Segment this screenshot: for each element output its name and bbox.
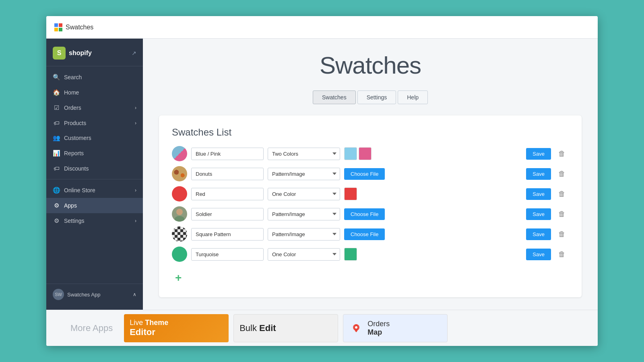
chevron-up-icon: ∧ (133, 292, 136, 297)
sidebar-item-home[interactable]: 🏠 Home (46, 85, 143, 100)
orders-map-app-card[interactable]: Orders Map (343, 314, 448, 342)
swatch-preview-square-pattern (172, 226, 187, 242)
chevron-right-icon: › (135, 218, 136, 224)
content-area: Swatches Swatches Settings Help Swatches… (143, 39, 598, 310)
choose-file-button-square-pattern[interactable]: Choose File (344, 228, 385, 240)
swatch-name-input-square-pattern[interactable] (191, 228, 264, 241)
sidebar-item-customers-label: Customers (64, 135, 91, 141)
main-layout: S shopify ↗ 🔍 Search 🏠 Home ☑ Orders › 🏷… (46, 39, 598, 310)
swatch-preview-soldier (172, 206, 187, 222)
reports-icon: 📊 (53, 150, 60, 157)
save-button-red[interactable]: Save (526, 188, 551, 200)
sidebar-item-apps[interactable]: ⚙ Apps (46, 198, 143, 213)
sidebar: S shopify ↗ 🔍 Search 🏠 Home ☑ Orders › 🏷… (46, 39, 143, 310)
swatch-preview-blue-pink (172, 146, 187, 161)
swatch-preview-turquoise (172, 247, 187, 262)
tab-help[interactable]: Help (398, 90, 428, 104)
svg-point-4 (176, 209, 183, 215)
save-button-blue-pink[interactable]: Save (526, 148, 551, 160)
swatch-row: One Color Two Colors Pattern/Image Save … (172, 247, 569, 262)
brand-name: shopify (69, 49, 92, 57)
add-swatch-button[interactable]: + (172, 270, 185, 286)
color-swatch-box-red[interactable] (344, 187, 357, 200)
swatch-name-input-donuts[interactable] (191, 168, 264, 180)
two-colors-blue-pink (344, 147, 372, 160)
save-button-square-pattern[interactable]: Save (526, 228, 551, 240)
swatch-type-select-soldier[interactable]: Pattern/Image One Color Two Colors (268, 208, 340, 220)
delete-button-red[interactable]: 🗑 (555, 188, 569, 200)
sidebar-item-products[interactable]: 🏷 Products › (46, 115, 143, 130)
swatch-type-select-red[interactable]: One Color Two Colors Pattern/Image (268, 188, 340, 200)
sidebar-item-online-store[interactable]: 🌐 Online Store › (46, 183, 143, 198)
more-apps-label: More Apps (70, 323, 113, 333)
search-icon: 🔍 (53, 74, 60, 81)
tab-settings[interactable]: Settings (357, 90, 396, 104)
delete-button-blue-pink[interactable]: 🗑 (555, 148, 569, 160)
sidebar-item-discounts-label: Discounts (64, 165, 89, 172)
sidebar-section: 🌐 Online Store › ⚙ Apps ⚙ Settings › (46, 179, 143, 228)
color-swatch-box-green[interactable] (344, 248, 357, 261)
svg-rect-0 (54, 23, 58, 27)
chevron-right-icon: › (135, 105, 136, 111)
page-title: Swatches (159, 51, 582, 79)
chevron-right-icon: › (135, 120, 136, 126)
delete-button-square-pattern[interactable]: 🗑 (555, 228, 569, 240)
save-button-donuts[interactable]: Save (526, 168, 551, 180)
apps-icon: ⚙ (53, 202, 60, 209)
swatch-type-select-blue-pink[interactable]: Two Colors One Color Pattern/Image (268, 148, 340, 160)
swatches-app-icon (54, 23, 62, 31)
live-theme-app-card[interactable]: Live Theme Editor (124, 314, 229, 342)
live-theme-app-content: Live Theme Editor (124, 315, 174, 341)
delete-button-turquoise[interactable]: 🗑 (555, 249, 569, 260)
swatch-type-select-turquoise[interactable]: One Color Two Colors Pattern/Image (268, 248, 340, 261)
chevron-right-icon: › (135, 187, 136, 193)
header-title: Swatches (66, 24, 93, 31)
more-apps-bar: More Apps Live Theme Editor Bulk Edit Or… (46, 310, 598, 346)
svg-rect-3 (59, 28, 62, 31)
external-link-icon[interactable]: ↗ (132, 50, 136, 56)
swatches-card: Swatches List Two Colors One Color Patte… (159, 115, 582, 297)
tab-swatches[interactable]: Swatches (313, 90, 356, 104)
settings-icon: ⚙ (53, 217, 60, 224)
sidebar-item-reports[interactable]: 📊 Reports (46, 146, 143, 161)
sidebar-brand: S shopify ↗ (46, 43, 143, 66)
swatch-name-input-soldier[interactable] (191, 208, 264, 220)
svg-rect-1 (59, 23, 62, 27)
swatch-row: Two Colors One Color Pattern/Image Save … (172, 146, 569, 161)
choose-file-button-soldier[interactable]: Choose File (344, 208, 385, 220)
svg-point-5 (175, 216, 184, 222)
sidebar-item-settings-label: Settings (64, 218, 85, 224)
delete-button-soldier[interactable]: 🗑 (555, 208, 569, 220)
swatch-name-input-blue-pink[interactable] (191, 148, 264, 160)
swatch-name-input-turquoise[interactable] (191, 248, 264, 261)
swatch-type-select-square-pattern[interactable]: Pattern/Image One Color Two Colors (268, 228, 340, 241)
tabs: Swatches Settings Help (159, 90, 582, 104)
swatch-name-input-red[interactable] (191, 188, 264, 200)
sidebar-item-orders[interactable]: ☑ Orders › (46, 100, 143, 115)
discounts-icon: 🏷 (53, 165, 60, 172)
sidebar-item-discounts[interactable]: 🏷 Discounts (46, 161, 143, 176)
choose-file-button-donuts[interactable]: Choose File (344, 168, 385, 180)
header: Swatches (46, 16, 598, 39)
sidebar-item-online-store-label: Online Store (64, 187, 95, 193)
shopify-logo: S (53, 47, 66, 60)
bulk-edit-app-card[interactable]: Bulk Edit (233, 314, 338, 342)
color-swatch-box-pink[interactable] (359, 147, 372, 160)
swatch-preview-red (172, 186, 187, 202)
sidebar-footer[interactable]: SW Swatches App ∧ (46, 284, 143, 305)
svg-rect-2 (54, 28, 58, 31)
delete-button-donuts[interactable]: 🗑 (555, 168, 569, 180)
color-swatch-box-light-blue[interactable] (344, 147, 357, 160)
swatch-type-select-donuts[interactable]: Pattern/Image One Color Two Colors (268, 168, 340, 180)
swatch-row: Pattern/Image One Color Two Colors Choos… (172, 206, 569, 222)
swatch-preview-donuts (172, 166, 187, 181)
sidebar-item-search-label: Search (64, 74, 82, 80)
save-button-soldier[interactable]: Save (526, 208, 551, 220)
orders-map-app-content: Orders Map (343, 316, 395, 341)
sidebar-item-settings[interactable]: ⚙ Settings › (46, 213, 143, 228)
sidebar-item-search[interactable]: 🔍 Search (46, 70, 143, 85)
sidebar-item-customers[interactable]: 👥 Customers (46, 130, 143, 146)
sidebar-item-products-label: Products (64, 120, 86, 126)
sidebar-footer-label: Swatches App (67, 292, 100, 298)
save-button-turquoise[interactable]: Save (526, 249, 551, 260)
